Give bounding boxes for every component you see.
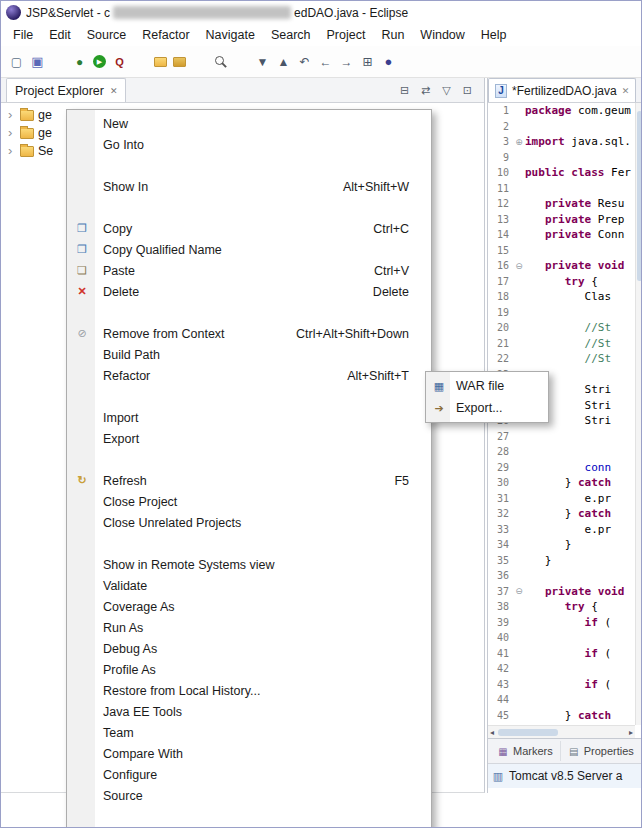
menu-bar-item[interactable]: Help	[473, 26, 515, 44]
save-button[interactable]: ▣	[28, 52, 47, 71]
code-line: 13 private Prep	[488, 212, 642, 228]
menu-item[interactable]: Restore from Local History...	[67, 680, 431, 701]
toolbar-button[interactable]	[232, 52, 251, 71]
new-button[interactable]: ▢	[7, 52, 26, 71]
menu-item[interactable]: Profile As	[67, 659, 431, 680]
export-war-button[interactable]	[171, 55, 188, 69]
menu-item[interactable]	[67, 533, 431, 554]
menu-item[interactable]	[67, 155, 431, 176]
view-menu-icon[interactable]: ▽	[442, 84, 450, 97]
menu-bar-item[interactable]: File	[5, 26, 41, 44]
window-title-suffix: edDAO.java - Eclipse	[294, 6, 408, 20]
forward-button[interactable]: →	[337, 52, 356, 71]
bottom-tab[interactable]: Properties	[561, 741, 642, 761]
next-annotation-button[interactable]: ▼	[253, 52, 272, 71]
fold-marker-icon[interactable]: ⊖	[513, 261, 525, 271]
code-segment: }	[525, 554, 552, 567]
menu-item[interactable]: Coverage As	[67, 596, 431, 617]
scroll-right-arrow-icon[interactable]: ▸	[629, 728, 633, 737]
menu-item[interactable]: Team	[67, 722, 431, 743]
menu-item[interactable]	[67, 386, 431, 407]
menu-item-label: Restore from Local History...	[103, 684, 260, 698]
submenu-item[interactable]: WAR file	[426, 375, 548, 397]
menu-bar: FileEditSourceRefactorNavigateSearchProj…	[1, 24, 641, 46]
toolbar-button[interactable]	[49, 52, 68, 71]
menu-item[interactable]: Validate	[67, 575, 431, 596]
menu-bar-item[interactable]: Project	[319, 26, 374, 44]
menu-item[interactable]	[67, 806, 431, 827]
link-with-editor-icon[interactable]: ⇄	[421, 84, 430, 97]
scrollbar-thumb[interactable]	[498, 729, 558, 736]
minimize-icon[interactable]: ⊡	[463, 84, 472, 97]
code-text: package com.geum	[525, 104, 642, 117]
menu-bar-item[interactable]: Edit	[41, 26, 79, 44]
submenu-item[interactable]: Export...	[426, 397, 548, 419]
chevron-right-icon[interactable]: ›	[8, 146, 16, 156]
java-ee-perspective-button[interactable]: ●	[379, 52, 398, 71]
code-text: }	[525, 554, 642, 567]
chevron-right-icon[interactable]: ›	[8, 110, 16, 120]
line-number: 34	[492, 539, 513, 550]
menu-item[interactable]: Copy Qualified Name	[67, 239, 431, 260]
horizontal-scrollbar[interactable]: ◂ ▸	[488, 725, 635, 738]
menu-item[interactable]: Build Path	[67, 344, 431, 365]
last-edit-location-button[interactable]: ↶	[295, 52, 314, 71]
menu-item[interactable]: Debug As	[67, 638, 431, 659]
fold-marker-icon[interactable]: ⊕	[513, 137, 525, 147]
menu-item[interactable]: Copy Ctrl+C	[67, 218, 431, 239]
coverage-button[interactable]: Q	[110, 52, 129, 71]
open-perspective-button[interactable]: ⊞	[358, 52, 377, 71]
code-text: try {	[525, 600, 642, 613]
menu-item[interactable]: Export	[67, 428, 431, 449]
back-button[interactable]: ←	[316, 52, 335, 71]
new-web-project-button[interactable]	[152, 55, 169, 69]
server-entry[interactable]: Tomcat v8.5 Server a	[488, 764, 642, 788]
chevron-right-icon[interactable]: ›	[8, 128, 16, 138]
menu-bar-item[interactable]: Run	[373, 26, 412, 44]
menu-item[interactable]: Show In Alt+Shift+W	[67, 176, 431, 197]
collapse-all-icon[interactable]: ⊟	[400, 84, 409, 97]
run-button[interactable]: ▶	[91, 53, 108, 70]
code-segment: (	[598, 678, 611, 691]
menu-item[interactable]: New	[67, 113, 431, 134]
tab-project-explorer[interactable]: Project Explorer ✕	[6, 78, 126, 102]
menu-item-label: Refresh	[103, 474, 147, 488]
menu-bar-item[interactable]: Window	[412, 26, 472, 44]
menu-bar-item[interactable]: Refactor	[134, 26, 197, 44]
close-icon[interactable]: ✕	[110, 86, 118, 96]
line-number: 37	[492, 586, 513, 597]
vertical-scrollbar[interactable]	[635, 103, 642, 725]
menu-item[interactable]: Refactor Alt+Shift+T	[67, 365, 431, 386]
toolbar-button[interactable]	[131, 52, 150, 71]
menu-item[interactable]: Java EE Tools	[67, 701, 431, 722]
menu-item[interactable]: Import	[67, 407, 431, 428]
menu-item[interactable]: Configure	[67, 764, 431, 785]
bottom-tab[interactable]: Markers	[490, 741, 561, 761]
menu-bar-item[interactable]: Search	[263, 26, 319, 44]
menu-item[interactable]: Paste Ctrl+V	[67, 260, 431, 281]
toolbar-button[interactable]	[190, 52, 209, 71]
menu-item[interactable]: Run As	[67, 617, 431, 638]
menu-item[interactable]	[67, 449, 431, 470]
menu-item[interactable]: Source	[67, 785, 431, 806]
menu-item[interactable]: Go Into	[67, 134, 431, 155]
menu-bar-item[interactable]: Source	[79, 26, 135, 44]
debug-button[interactable]: ●	[70, 52, 89, 71]
menu-bar-item[interactable]: Navigate	[198, 26, 263, 44]
menu-item[interactable]	[67, 302, 431, 323]
search-button[interactable]	[211, 52, 230, 71]
menu-item[interactable]: Refresh F5	[67, 470, 431, 491]
menu-item[interactable]: Close Project	[67, 491, 431, 512]
menu-item[interactable]: Show in Remote Systems view	[67, 554, 431, 575]
tab-fertilizeddao-java[interactable]: *FertilizedDAO.java ✕	[488, 78, 636, 102]
menu-item[interactable]: Compare With	[67, 743, 431, 764]
menu-item[interactable]: Close Unrelated Projects	[67, 512, 431, 533]
menu-item[interactable]: Remove from Context Ctrl+Alt+Shift+Down	[67, 323, 431, 344]
scroll-left-arrow-icon[interactable]: ◂	[490, 728, 494, 737]
fold-marker-icon[interactable]: ⊖	[513, 586, 525, 596]
menu-item[interactable]	[67, 197, 431, 218]
prev-annotation-button[interactable]: ▲	[274, 52, 293, 71]
close-icon[interactable]: ✕	[622, 86, 630, 96]
menu-item[interactable]: Delete Delete	[67, 281, 431, 302]
scrollbar-thumb[interactable]	[637, 111, 642, 281]
